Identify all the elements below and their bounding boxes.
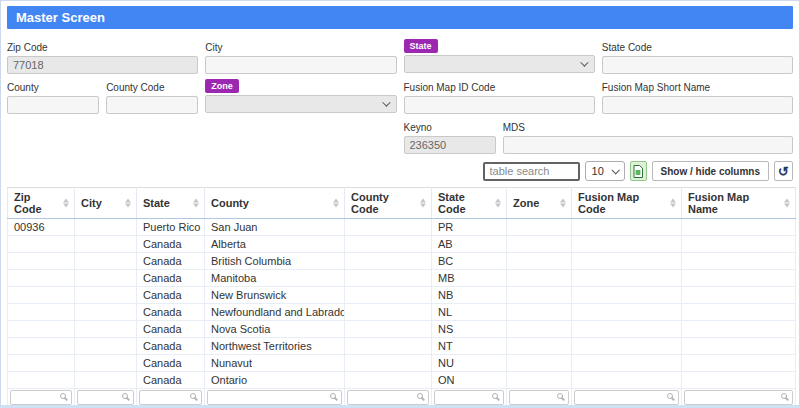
search-icon xyxy=(190,393,196,399)
field-state: State xyxy=(404,39,595,74)
sort-icon[interactable] xyxy=(495,199,501,208)
table-cell xyxy=(345,287,432,304)
column-header-zip-code[interactable]: Zip Code xyxy=(8,188,75,219)
fusion-map-id-code-input[interactable] xyxy=(404,96,595,114)
column-header-label: City xyxy=(81,197,102,209)
table-cell xyxy=(572,304,682,321)
table-cell xyxy=(572,270,682,287)
table-cell xyxy=(8,355,75,372)
table-cell xyxy=(507,236,572,253)
table-cell xyxy=(8,253,75,270)
table-cell xyxy=(75,338,137,355)
column-header-label: County Code xyxy=(351,191,389,215)
sort-icon[interactable] xyxy=(560,199,566,208)
column-header-state[interactable]: State xyxy=(137,188,205,219)
zone-select[interactable] xyxy=(205,95,396,113)
table-row[interactable]: CanadaBritish ColumbiaBC xyxy=(8,253,796,270)
column-header-label: Fusion Map Name xyxy=(688,191,749,215)
table-cell xyxy=(8,304,75,321)
mds-input[interactable] xyxy=(503,136,793,154)
column-header-fusion-map-code[interactable]: Fusion Map Code xyxy=(572,188,682,219)
table-cell: ON xyxy=(432,372,507,389)
field-fusion-map-short-name: Fusion Map Short Name xyxy=(602,79,793,114)
search-icon xyxy=(667,393,673,399)
table-row[interactable]: CanadaNorthwest TerritoriesNT xyxy=(8,338,796,355)
field-fusion-map-id-code: Fusion Map ID Code xyxy=(404,79,595,114)
search-icon xyxy=(122,393,128,399)
table-cell: MB xyxy=(432,270,507,287)
column-header-label: Zone xyxy=(513,197,539,209)
chevron-down-icon xyxy=(580,58,588,66)
column-header-fusion-map-name[interactable]: Fusion Map Name xyxy=(682,188,796,219)
field-county: County xyxy=(7,79,99,114)
form-spacer xyxy=(7,119,397,154)
table-cell xyxy=(75,270,137,287)
state-code-input[interactable] xyxy=(602,56,793,74)
excel-export-button[interactable] xyxy=(630,161,647,181)
column-header-county-code[interactable]: County Code xyxy=(345,188,432,219)
table-row[interactable]: CanadaNew BrunswickNB xyxy=(8,287,796,304)
table-row[interactable]: 00936Puerto RicoSan JuanPR xyxy=(8,219,796,236)
field-keyno: Keyno xyxy=(404,119,496,154)
sort-icon[interactable] xyxy=(784,199,790,208)
table-row[interactable]: CanadaNova ScotiaNS xyxy=(8,321,796,338)
table-cell: Canada xyxy=(137,270,205,287)
table-cell xyxy=(75,219,137,236)
column-filter-input-fusion-map-name[interactable] xyxy=(684,390,793,405)
table-cell xyxy=(507,338,572,355)
table-cell xyxy=(75,372,137,389)
table-cell xyxy=(345,236,432,253)
fusion-map-short-name-label: Fusion Map Short Name xyxy=(602,82,710,93)
table-search-input[interactable] xyxy=(483,162,580,181)
sort-icon[interactable] xyxy=(333,199,339,208)
fusion-map-short-name-input[interactable] xyxy=(602,96,793,114)
sort-icon[interactable] xyxy=(125,199,131,208)
table-cell xyxy=(507,355,572,372)
table-row[interactable]: CanadaNunavutNU xyxy=(8,355,796,372)
state-badge-label: State xyxy=(404,39,438,53)
table-cell: Nunavut xyxy=(205,355,345,372)
column-header-state-code[interactable]: State Code xyxy=(432,188,507,219)
table-row[interactable]: CanadaNewfoundland and LabradorNL xyxy=(8,304,796,321)
table-cell xyxy=(345,219,432,236)
table-cell: San Juan xyxy=(205,219,345,236)
table-cell: Canada xyxy=(137,372,205,389)
table-cell xyxy=(682,338,796,355)
column-header-label: Zip Code xyxy=(14,191,42,215)
table-cell: Newfoundland and Labrador xyxy=(205,304,345,321)
column-filter-input-fusion-map-code[interactable] xyxy=(574,390,679,405)
sort-icon[interactable] xyxy=(63,199,69,208)
column-header-zone[interactable]: Zone xyxy=(507,188,572,219)
county-input[interactable] xyxy=(7,96,99,114)
field-mds: MDS xyxy=(503,119,793,154)
table-row[interactable]: CanadaManitobaMB xyxy=(8,270,796,287)
column-header-county[interactable]: County xyxy=(205,188,345,219)
state-select[interactable] xyxy=(404,55,595,73)
table-cell xyxy=(8,287,75,304)
show-hide-columns-button[interactable]: Show / hide columns xyxy=(652,161,769,181)
table-cell: PR xyxy=(432,219,507,236)
keyno-input[interactable] xyxy=(404,136,496,154)
table-cell xyxy=(572,355,682,372)
table-cell xyxy=(572,287,682,304)
table-cell xyxy=(75,304,137,321)
county-code-input[interactable] xyxy=(106,96,198,114)
table-cell: Puerto Rico xyxy=(137,219,205,236)
refresh-button[interactable]: ↺ xyxy=(774,161,793,181)
column-header-city[interactable]: City xyxy=(75,188,137,219)
sort-icon[interactable] xyxy=(193,199,199,208)
results-table: Zip CodeCityStateCountyCounty CodeState … xyxy=(7,187,796,407)
zip-code-input[interactable] xyxy=(7,56,198,74)
sort-icon[interactable] xyxy=(670,199,676,208)
sort-icon[interactable] xyxy=(420,199,426,208)
table-cell xyxy=(8,338,75,355)
table-row[interactable]: CanadaAlbertaAB xyxy=(8,236,796,253)
table-cell: Ontario xyxy=(205,372,345,389)
city-input[interactable] xyxy=(205,56,396,74)
column-filter-input-county[interactable] xyxy=(207,390,342,405)
table-cell: Manitoba xyxy=(205,270,345,287)
page-size-select[interactable]: 10 xyxy=(585,161,625,181)
table-cell: New Brunswick xyxy=(205,287,345,304)
table-row[interactable]: CanadaOntarioON xyxy=(8,372,796,389)
table-cell xyxy=(682,372,796,389)
